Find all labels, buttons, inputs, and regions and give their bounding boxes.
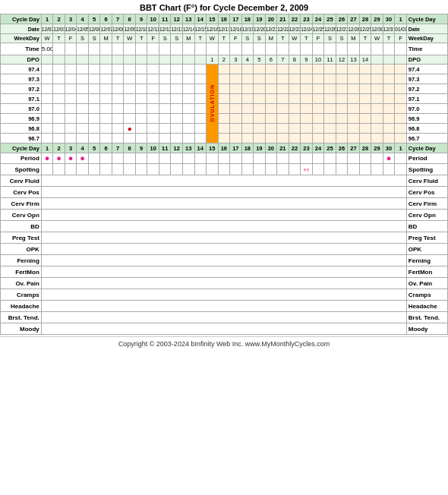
cd-6: 6 xyxy=(100,14,112,24)
ov-pain-row: Ov. Pain Ov. Pain xyxy=(1,278,448,289)
cd-13: 13 xyxy=(183,14,195,24)
spotting-dot-1: ♦♦ xyxy=(303,166,309,173)
dpo-label-left: DPO xyxy=(1,55,42,65)
cerv-fluid-row: Cerv Fluid Cerv Fluid xyxy=(1,175,448,187)
chart-title: BBT Chart (F°) for Cycle December 2, 200… xyxy=(0,0,448,14)
cycle-day-bottom-row: Cycle Day 1 2 3 4 5 6 7 8 9 10 11 12 13 … xyxy=(1,143,448,153)
spotting-row: Spotting ♦♦ Spotting xyxy=(1,164,448,175)
temp-96-9-row: 96.9 96.9 xyxy=(1,114,448,124)
cd-15: 15 xyxy=(207,14,219,24)
date-label-right: Date xyxy=(406,24,447,34)
period-dot-4: ● xyxy=(80,153,85,162)
cycle-day-label-left: Cycle Day xyxy=(1,14,42,24)
cd-16: 16 xyxy=(218,14,230,24)
cd-27: 27 xyxy=(348,14,360,24)
cerv-opn-row: Cerv Opn Cerv Opn xyxy=(1,210,448,221)
weekday-row: WeekDay W T F S S M T W T F S S M T W T … xyxy=(1,34,448,43)
preg-test-row: Preg Test Preg Test xyxy=(1,232,448,244)
cramps-row: Cramps Cramps xyxy=(1,289,448,301)
cd-28: 28 xyxy=(359,14,371,24)
cd-25: 25 xyxy=(324,14,336,24)
cd-5: 5 xyxy=(88,14,100,24)
headache-row: Headache Headache xyxy=(1,301,448,312)
period-dot-3: ● xyxy=(68,153,74,162)
temp-96-8-row: 96.8 ● 96.8 xyxy=(1,124,448,134)
ferning-row: Ferning Ferning xyxy=(1,255,448,266)
cd-22: 22 xyxy=(289,14,301,24)
period-dot-2: ● xyxy=(56,153,62,162)
temp-97-4-row: 97.4 OVULATION 97.4 xyxy=(1,65,448,74)
dpo-label-right: DPO xyxy=(406,55,447,65)
cycle-day-header-row: Cycle Day 1 2 3 4 5 6 7 8 9 10 11 12 13 … xyxy=(1,14,448,24)
cd-19: 19 xyxy=(254,14,266,24)
period-row: Period ● ● ● ● ● Period xyxy=(1,153,448,164)
cd-2: 2 xyxy=(53,14,65,24)
cd-8: 8 xyxy=(124,14,136,24)
cycle-day-label-bottom-left: Cycle Day xyxy=(1,143,42,153)
cycle-day-label-right: Cycle Day xyxy=(406,14,447,24)
footer-copyright: Copyright © 2003-2024 bInfinity Web Inc.… xyxy=(0,336,448,349)
cd-20: 20 xyxy=(265,14,277,24)
time-label-left: Time xyxy=(1,43,42,55)
cd-29: 29 xyxy=(371,14,383,24)
cd-12: 12 xyxy=(171,14,183,24)
moody-row: Moody Moody xyxy=(1,323,448,335)
cd-4: 4 xyxy=(77,14,89,24)
temp-96-7-row: 96.7 96.7 xyxy=(1,134,448,143)
cd-18: 18 xyxy=(241,14,254,24)
cd-10: 10 xyxy=(147,14,159,24)
cd-11: 11 xyxy=(159,14,171,24)
fertmon-row: FertMon FertMon xyxy=(1,266,448,278)
bbt-chart: Cycle Day 1 2 3 4 5 6 7 8 9 10 11 12 13 … xyxy=(0,14,448,335)
date-row: Date 12/02 12/03 12/04 12/05 12/06 12/07… xyxy=(1,24,448,34)
cd-7: 7 xyxy=(112,14,124,24)
cd-31: 1 xyxy=(395,14,407,24)
bd-row: BD BD xyxy=(1,221,448,232)
temp-97-2-row: 97.2 97.2 xyxy=(1,84,448,94)
cd-26: 26 xyxy=(336,14,348,24)
temp-97-0-row: 97.0 97.0 xyxy=(1,104,448,114)
cycle-day-label-bottom-right: Cycle Day xyxy=(406,143,447,153)
cd-23: 23 xyxy=(301,14,313,24)
cerv-pos-row: Cerv Pos Cerv Pos xyxy=(1,187,448,198)
time-row: Time 5:00 Time xyxy=(1,43,448,55)
period-dot-1: ● xyxy=(45,153,50,162)
brst-tend-row: Brst. Tend. Brst. Tend. xyxy=(1,312,448,323)
cd-21: 21 xyxy=(277,14,289,24)
date-label-left: Date xyxy=(1,24,42,34)
cd-24: 24 xyxy=(312,14,324,24)
temp-97-1-row: 97.1 97.1 xyxy=(1,94,448,104)
cd-3: 3 xyxy=(65,14,77,24)
cd-14: 14 xyxy=(194,14,207,24)
weekday-label-left: WeekDay xyxy=(1,34,42,43)
opk-row: OPK OPK xyxy=(1,244,448,255)
period-dot-last: ● xyxy=(386,153,392,162)
bbt-data-dot: ● xyxy=(128,125,132,133)
weekday-label-right: WeekDay xyxy=(406,34,447,43)
cerv-firm-row: Cerv Firm Cerv Firm xyxy=(1,198,448,210)
dpo-row: DPO 1 2 3 4 5 6 7 8 9 10 11 12 13 14 DPO xyxy=(1,55,448,65)
chart-container: Cycle Day 1 2 3 4 5 6 7 8 9 10 11 12 13 … xyxy=(0,14,448,335)
cd-9: 9 xyxy=(135,14,147,24)
temp-97-3-row: 97.3 97.3 xyxy=(1,74,448,84)
cd-30: 30 xyxy=(383,14,395,24)
time-label-right: Time xyxy=(406,43,447,55)
cd-17: 17 xyxy=(230,14,242,24)
cd-1: 1 xyxy=(41,14,53,24)
